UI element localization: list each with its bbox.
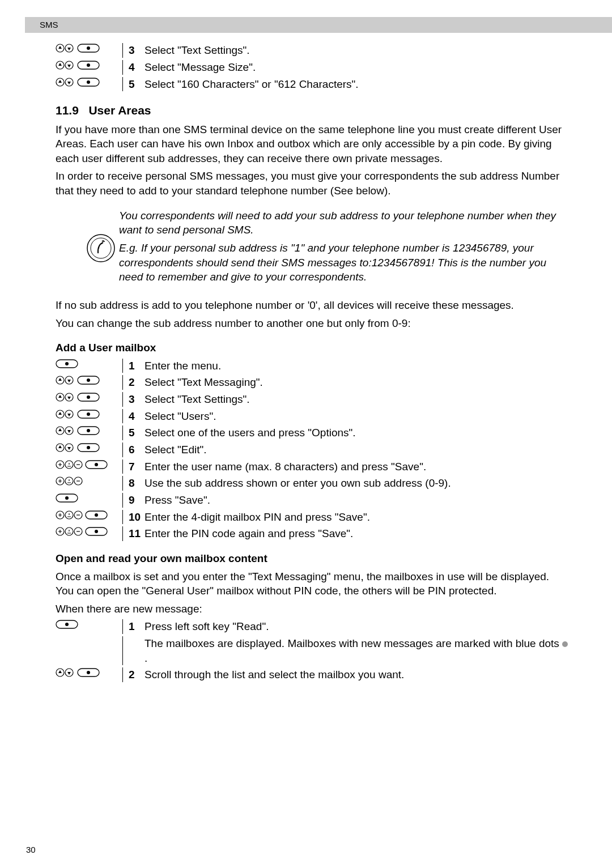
up-down-icon bbox=[56, 409, 75, 419]
svg-point-11 bbox=[87, 80, 90, 84]
svg-point-57 bbox=[65, 623, 69, 626]
svg-point-35 bbox=[87, 446, 90, 449]
keypad-icon bbox=[56, 510, 83, 520]
step-text: Select "160 Characters" or "612 Characte… bbox=[144, 77, 569, 92]
step-row: 3 Select "Text Settings". bbox=[56, 43, 569, 58]
paragraph: In order to receive personal SMS message… bbox=[56, 169, 569, 198]
up-down-icon bbox=[56, 77, 75, 87]
step-icons bbox=[56, 426, 122, 436]
select-button-icon bbox=[77, 77, 100, 87]
step-icons bbox=[56, 392, 122, 402]
step-icons bbox=[56, 459, 122, 470]
select-button-icon bbox=[85, 510, 108, 520]
step-icons bbox=[56, 476, 122, 486]
select-button-icon bbox=[77, 409, 100, 419]
step-text: Enter the PIN code again and press "Save… bbox=[144, 526, 569, 541]
step-text: Select "Text Settings". bbox=[144, 43, 569, 58]
step-row: The mailboxes are displayed. Mailboxes w… bbox=[56, 636, 569, 665]
step-icons bbox=[56, 60, 122, 70]
paragraph: If no sub address is add to you telephon… bbox=[56, 298, 569, 313]
up-down-icon bbox=[56, 426, 75, 436]
select-button-icon bbox=[77, 442, 100, 453]
step-icons bbox=[56, 43, 122, 53]
svg-point-23 bbox=[87, 395, 90, 399]
step-text: Select "Message Size". bbox=[144, 60, 569, 75]
svg-point-15 bbox=[65, 362, 69, 365]
note-paragraph: E.g. If your personal sub address is "1"… bbox=[119, 241, 569, 284]
up-down-icon bbox=[56, 442, 75, 453]
step-row: 5Select one of the users and press "Opti… bbox=[56, 426, 569, 440]
step-number: 1 bbox=[129, 619, 144, 634]
section-title: 11.9 User Areas bbox=[56, 103, 569, 118]
keypad-icon bbox=[56, 459, 83, 470]
step-row: 4Select "Users". bbox=[56, 409, 569, 424]
note-block: You correspondents will need to add your… bbox=[83, 209, 569, 288]
svg-point-27 bbox=[87, 412, 90, 416]
up-down-icon bbox=[56, 60, 75, 70]
text-part-a: The mailboxes are displayed. Mailboxes w… bbox=[144, 637, 562, 649]
step-text: Press "Save". bbox=[144, 493, 569, 508]
section-heading: User Areas bbox=[88, 104, 151, 117]
step-number: 6 bbox=[129, 442, 144, 457]
step-number: 2 bbox=[129, 375, 144, 390]
keypad-icon bbox=[56, 526, 83, 537]
step-number: 7 bbox=[129, 459, 144, 474]
step-icons bbox=[56, 493, 122, 503]
step-text: Select "Users". bbox=[144, 409, 569, 424]
step-icons bbox=[56, 526, 122, 537]
paragraph: Once a mailbox is set and you enter the … bbox=[56, 569, 569, 598]
section-header: SMS bbox=[25, 17, 612, 33]
select-button-icon bbox=[77, 667, 100, 678]
step-text: Enter the user name (max. 8 characters) … bbox=[144, 459, 569, 474]
select-button-icon bbox=[77, 392, 100, 402]
step-icons bbox=[56, 409, 122, 419]
step-number: 4 bbox=[129, 409, 144, 424]
step-text: Select "Text Messaging". bbox=[144, 375, 569, 390]
svg-point-55 bbox=[95, 530, 98, 533]
step-extra-text: The mailboxes are displayed. Mailboxes w… bbox=[144, 636, 569, 665]
step-row: 11Enter the PIN code again and press "Sa… bbox=[56, 526, 569, 541]
step-row: 2Select "Text Messaging". bbox=[56, 375, 569, 390]
select-button-icon bbox=[77, 60, 100, 70]
svg-point-61 bbox=[87, 671, 90, 674]
svg-point-7 bbox=[87, 63, 90, 67]
svg-point-3 bbox=[87, 46, 90, 50]
step-number: 9 bbox=[129, 493, 144, 508]
section-number: 11.9 bbox=[56, 104, 79, 117]
step-text: Enter the menu. bbox=[144, 359, 569, 373]
up-down-icon bbox=[56, 667, 75, 678]
step-text: Enter the 4-digit mailbox PIN and press … bbox=[144, 510, 569, 525]
svg-point-13 bbox=[91, 238, 111, 258]
up-down-icon bbox=[56, 392, 75, 402]
step-row: 6Select "Edit". bbox=[56, 442, 569, 457]
step-icons bbox=[56, 375, 122, 385]
page-number: 30 bbox=[26, 844, 36, 856]
section-header-text: SMS bbox=[40, 20, 58, 29]
paragraph: If you have more than one SMS terminal d… bbox=[56, 122, 569, 166]
step-icons bbox=[56, 667, 122, 678]
step-icons bbox=[56, 510, 122, 520]
step-row: 8Use the sub address shown or enter you … bbox=[56, 476, 569, 491]
step-number: 3 bbox=[129, 392, 144, 407]
paragraph: You can change the sub address number to… bbox=[56, 316, 569, 331]
step-number: 1 bbox=[129, 359, 144, 373]
step-icons bbox=[56, 619, 122, 629]
step-row: 1Enter the menu. bbox=[56, 359, 569, 373]
step-number: 5 bbox=[129, 77, 144, 92]
step-row: 7Enter the user name (max. 8 characters)… bbox=[56, 459, 569, 474]
step-row: 1Press left soft key "Read". bbox=[56, 619, 569, 634]
step-row: 3Select "Text Settings". bbox=[56, 392, 569, 407]
blue-dot-icon bbox=[562, 641, 568, 647]
step-icons bbox=[56, 77, 122, 87]
step-number: 2 bbox=[129, 667, 144, 682]
select-button-icon bbox=[56, 493, 78, 503]
note-paragraph: You correspondents will need to add your… bbox=[119, 209, 569, 237]
step-row: 4 Select "Message Size". bbox=[56, 60, 569, 75]
select-button-icon bbox=[77, 426, 100, 436]
step-number: 3 bbox=[129, 43, 144, 58]
up-down-icon bbox=[56, 43, 75, 53]
keypad-icon bbox=[56, 476, 83, 486]
up-down-icon bbox=[56, 375, 75, 385]
step-number: 10 bbox=[129, 510, 144, 525]
step-text: Use the sub address shown or enter you o… bbox=[144, 476, 569, 491]
